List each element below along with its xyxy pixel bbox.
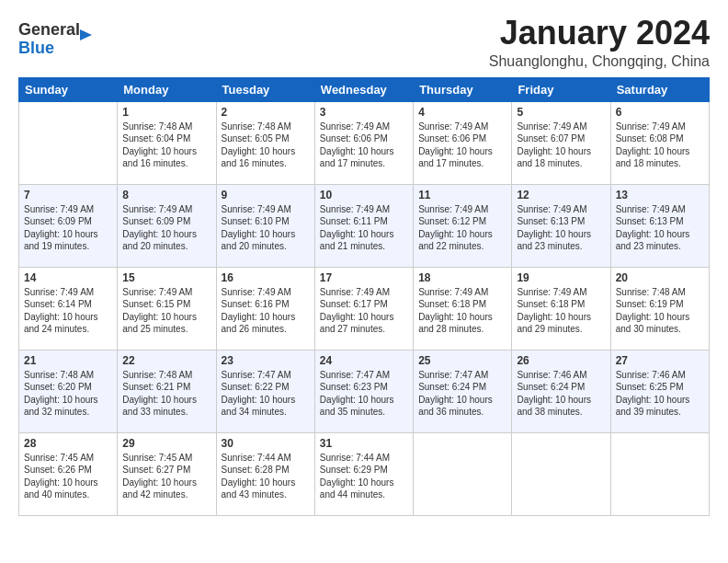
day-info: Sunrise: 7:49 AM Sunset: 6:14 PM Dayligh… bbox=[24, 286, 112, 336]
day-number: 21 bbox=[24, 354, 112, 367]
column-header-wednesday: Wednesday bbox=[314, 77, 413, 101]
calendar-cell: 5Sunrise: 7:49 AM Sunset: 6:07 PM Daylig… bbox=[512, 101, 610, 184]
day-info: Sunrise: 7:45 AM Sunset: 6:26 PM Dayligh… bbox=[24, 452, 112, 501]
day-number: 10 bbox=[320, 189, 408, 201]
day-number: 9 bbox=[222, 189, 310, 201]
calendar-cell: 25Sunrise: 7:47 AM Sunset: 6:24 PM Dayli… bbox=[414, 350, 512, 432]
day-number: 25 bbox=[418, 354, 506, 367]
calendar-cell bbox=[414, 432, 512, 515]
calendar-cell: 29Sunrise: 7:45 AM Sunset: 6:27 PM Dayli… bbox=[118, 432, 216, 515]
column-header-sunday: Sunday bbox=[19, 77, 118, 101]
calendar-cell: 1Sunrise: 7:48 AM Sunset: 6:04 PM Daylig… bbox=[118, 101, 216, 184]
day-number: 14 bbox=[24, 271, 112, 284]
day-info: Sunrise: 7:47 AM Sunset: 6:24 PM Dayligh… bbox=[418, 369, 506, 419]
day-number: 4 bbox=[418, 106, 506, 119]
calendar-week-4: 21Sunrise: 7:48 AM Sunset: 6:20 PM Dayli… bbox=[19, 350, 710, 432]
calendar-cell bbox=[19, 101, 118, 184]
calendar-cell: 20Sunrise: 7:48 AM Sunset: 6:19 PM Dayli… bbox=[610, 267, 709, 350]
day-info: Sunrise: 7:49 AM Sunset: 6:06 PM Dayligh… bbox=[320, 121, 408, 170]
column-header-friday: Friday bbox=[512, 77, 610, 101]
calendar-week-5: 28Sunrise: 7:45 AM Sunset: 6:26 PM Dayli… bbox=[19, 432, 710, 515]
day-number: 29 bbox=[122, 437, 210, 450]
day-number: 6 bbox=[616, 106, 704, 119]
day-number: 2 bbox=[222, 106, 310, 119]
calendar-cell: 15Sunrise: 7:49 AM Sunset: 6:15 PM Dayli… bbox=[118, 267, 216, 350]
day-number: 11 bbox=[418, 189, 506, 201]
day-info: Sunrise: 7:49 AM Sunset: 6:15 PM Dayligh… bbox=[122, 286, 210, 336]
calendar-cell: 28Sunrise: 7:45 AM Sunset: 6:26 PM Dayli… bbox=[19, 432, 118, 515]
day-info: Sunrise: 7:47 AM Sunset: 6:23 PM Dayligh… bbox=[320, 369, 408, 419]
day-info: Sunrise: 7:47 AM Sunset: 6:22 PM Dayligh… bbox=[222, 369, 310, 419]
day-info: Sunrise: 7:48 AM Sunset: 6:20 PM Dayligh… bbox=[24, 369, 112, 419]
svg-text:General: General bbox=[18, 20, 80, 39]
calendar-table: SundayMondayTuesdayWednesdayThursdayFrid… bbox=[18, 77, 710, 516]
day-info: Sunrise: 7:48 AM Sunset: 6:19 PM Dayligh… bbox=[616, 286, 704, 336]
calendar-subtitle: Shuanglonghu, Chongqing, China bbox=[489, 53, 710, 70]
calendar-cell: 6Sunrise: 7:49 AM Sunset: 6:08 PM Daylig… bbox=[610, 101, 709, 184]
calendar-week-3: 14Sunrise: 7:49 AM Sunset: 6:14 PM Dayli… bbox=[19, 267, 710, 350]
day-number: 15 bbox=[122, 271, 210, 284]
day-number: 26 bbox=[517, 354, 605, 367]
day-number: 19 bbox=[517, 271, 605, 284]
calendar-cell: 10Sunrise: 7:49 AM Sunset: 6:11 PM Dayli… bbox=[314, 184, 413, 267]
calendar-cell: 8Sunrise: 7:49 AM Sunset: 6:09 PM Daylig… bbox=[118, 184, 216, 267]
day-number: 30 bbox=[222, 437, 310, 450]
day-info: Sunrise: 7:49 AM Sunset: 6:07 PM Dayligh… bbox=[517, 121, 605, 170]
calendar-cell: 18Sunrise: 7:49 AM Sunset: 6:18 PM Dayli… bbox=[414, 267, 512, 350]
calendar-cell: 14Sunrise: 7:49 AM Sunset: 6:14 PM Dayli… bbox=[19, 267, 118, 350]
calendar-cell: 30Sunrise: 7:44 AM Sunset: 6:28 PM Dayli… bbox=[216, 432, 314, 515]
calendar-cell: 11Sunrise: 7:49 AM Sunset: 6:12 PM Dayli… bbox=[414, 184, 512, 267]
day-number: 20 bbox=[616, 271, 704, 284]
calendar-cell: 17Sunrise: 7:49 AM Sunset: 6:17 PM Dayli… bbox=[314, 267, 413, 350]
calendar-cell: 21Sunrise: 7:48 AM Sunset: 6:20 PM Dayli… bbox=[19, 350, 118, 432]
day-number: 5 bbox=[517, 106, 605, 119]
calendar-header-row: SundayMondayTuesdayWednesdayThursdayFrid… bbox=[19, 77, 710, 101]
day-info: Sunrise: 7:48 AM Sunset: 6:05 PM Dayligh… bbox=[222, 121, 310, 170]
day-info: Sunrise: 7:49 AM Sunset: 6:12 PM Dayligh… bbox=[418, 203, 506, 253]
day-info: Sunrise: 7:48 AM Sunset: 6:21 PM Dayligh… bbox=[122, 369, 210, 419]
calendar-cell: 9Sunrise: 7:49 AM Sunset: 6:10 PM Daylig… bbox=[216, 184, 314, 267]
day-info: Sunrise: 7:49 AM Sunset: 6:18 PM Dayligh… bbox=[418, 286, 506, 336]
day-number: 3 bbox=[320, 106, 408, 119]
day-info: Sunrise: 7:49 AM Sunset: 6:09 PM Dayligh… bbox=[24, 203, 112, 253]
calendar-week-1: 1Sunrise: 7:48 AM Sunset: 6:04 PM Daylig… bbox=[19, 101, 710, 184]
day-info: Sunrise: 7:49 AM Sunset: 6:06 PM Dayligh… bbox=[418, 121, 506, 170]
logo-svg: General Blue bbox=[18, 15, 101, 57]
day-info: Sunrise: 7:44 AM Sunset: 6:28 PM Dayligh… bbox=[222, 452, 310, 501]
day-info: Sunrise: 7:49 AM Sunset: 6:13 PM Dayligh… bbox=[616, 203, 704, 253]
day-info: Sunrise: 7:49 AM Sunset: 6:09 PM Dayligh… bbox=[122, 203, 210, 253]
column-header-saturday: Saturday bbox=[610, 77, 709, 101]
day-info: Sunrise: 7:46 AM Sunset: 6:25 PM Dayligh… bbox=[616, 369, 704, 419]
calendar-cell: 3Sunrise: 7:49 AM Sunset: 6:06 PM Daylig… bbox=[314, 101, 413, 184]
day-number: 13 bbox=[616, 189, 704, 201]
calendar-title: January 2024 bbox=[489, 15, 710, 52]
day-number: 7 bbox=[24, 189, 112, 201]
calendar-cell: 16Sunrise: 7:49 AM Sunset: 6:16 PM Dayli… bbox=[216, 267, 314, 350]
day-number: 12 bbox=[517, 189, 605, 201]
day-number: 1 bbox=[122, 106, 210, 119]
day-info: Sunrise: 7:49 AM Sunset: 6:17 PM Dayligh… bbox=[320, 286, 408, 336]
svg-marker-1 bbox=[80, 29, 92, 40]
day-number: 8 bbox=[122, 189, 210, 201]
calendar-cell: 2Sunrise: 7:48 AM Sunset: 6:05 PM Daylig… bbox=[216, 101, 314, 184]
calendar-cell: 31Sunrise: 7:44 AM Sunset: 6:29 PM Dayli… bbox=[314, 432, 413, 515]
day-info: Sunrise: 7:49 AM Sunset: 6:11 PM Dayligh… bbox=[320, 203, 408, 253]
day-number: 16 bbox=[222, 271, 310, 284]
calendar-cell: 4Sunrise: 7:49 AM Sunset: 6:06 PM Daylig… bbox=[414, 101, 512, 184]
header: General Blue January 2024 Shuanglonghu, … bbox=[18, 15, 710, 70]
calendar-cell: 24Sunrise: 7:47 AM Sunset: 6:23 PM Dayli… bbox=[314, 350, 413, 432]
day-number: 18 bbox=[418, 271, 506, 284]
title-section: January 2024 Shuanglonghu, Chongqing, Ch… bbox=[489, 15, 710, 70]
day-number: 17 bbox=[320, 271, 408, 284]
day-info: Sunrise: 7:44 AM Sunset: 6:29 PM Dayligh… bbox=[320, 452, 408, 501]
calendar-cell: 19Sunrise: 7:49 AM Sunset: 6:18 PM Dayli… bbox=[512, 267, 610, 350]
svg-text:Blue: Blue bbox=[18, 39, 54, 57]
day-number: 27 bbox=[616, 354, 704, 367]
day-info: Sunrise: 7:49 AM Sunset: 6:16 PM Dayligh… bbox=[222, 286, 310, 336]
day-info: Sunrise: 7:46 AM Sunset: 6:24 PM Dayligh… bbox=[517, 369, 605, 419]
day-info: Sunrise: 7:45 AM Sunset: 6:27 PM Dayligh… bbox=[122, 452, 210, 501]
day-info: Sunrise: 7:49 AM Sunset: 6:18 PM Dayligh… bbox=[517, 286, 605, 336]
calendar-cell bbox=[512, 432, 610, 515]
day-info: Sunrise: 7:49 AM Sunset: 6:10 PM Dayligh… bbox=[222, 203, 310, 253]
calendar-cell: 26Sunrise: 7:46 AM Sunset: 6:24 PM Dayli… bbox=[512, 350, 610, 432]
